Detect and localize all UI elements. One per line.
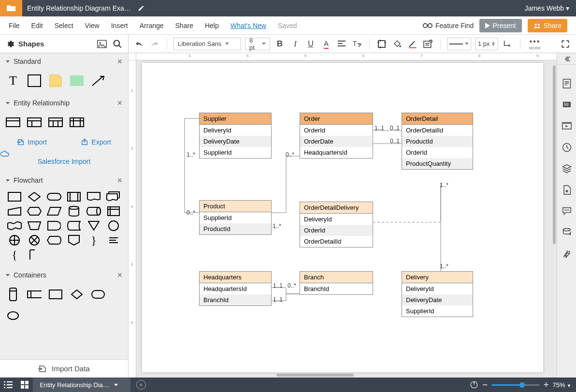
font-select[interactable]: Liberation Sans: [173, 38, 241, 50]
masterpages-icon[interactable]: [562, 185, 572, 195]
fc-terminator[interactable]: [46, 191, 62, 202]
import-link[interactable]: Import: [17, 138, 47, 146]
salesforce-import-link[interactable]: Salesforce Import: [0, 151, 128, 172]
shape-er3[interactable]: [48, 115, 63, 130]
user-menu[interactable]: James Webb ▾: [525, 4, 576, 12]
fc-or[interactable]: [7, 235, 22, 246]
redo-button[interactable]: [149, 38, 160, 50]
actions-icon[interactable]: [562, 248, 572, 259]
entity-odd-row2[interactable]: OrderDetailId: [300, 236, 373, 247]
folder-icon[interactable]: [0, 0, 22, 16]
entity-product-row0[interactable]: SupplierId: [200, 212, 271, 223]
underline-button[interactable]: U: [305, 38, 317, 50]
present-button[interactable]: Present: [479, 19, 521, 32]
export-link[interactable]: Export: [81, 138, 111, 146]
entity-product-row1[interactable]: ProductId: [200, 223, 271, 234]
fc-connector[interactable]: [106, 220, 121, 231]
fc-data[interactable]: [46, 206, 62, 217]
entity-supplier[interactable]: Supplier DeliveryId DeliveryDate Supplie…: [199, 113, 272, 159]
entity-orderdetail-row3[interactable]: ProductQuantity: [402, 158, 473, 169]
fc-database[interactable]: [66, 206, 82, 217]
page-settings-icon[interactable]: [562, 78, 572, 89]
entity-supplier-row2[interactable]: SupplierId: [200, 147, 271, 158]
bold-button[interactable]: B: [274, 38, 286, 50]
shape-cont5[interactable]: [91, 287, 105, 302]
grid-view-icon[interactable]: [16, 377, 33, 392]
close-entity-icon[interactable]: ×: [117, 98, 122, 108]
shape-rect[interactable]: [27, 73, 42, 88]
shape-er4[interactable]: [70, 115, 84, 130]
fc-notelines[interactable]: [106, 235, 121, 246]
menu-whatsnew[interactable]: What's New: [230, 22, 266, 29]
entity-orderdetail[interactable]: OrderDetail OrderDetailId ProductId Orde…: [402, 113, 473, 170]
entity-order[interactable]: Order OrderId OrderDate HeadquartersId: [300, 113, 373, 159]
document-title[interactable]: Entity Relationship Diagram Exa…: [22, 4, 144, 12]
entity-delivery-row0[interactable]: DeliveryId: [402, 283, 473, 294]
fc-internalstorage[interactable]: [106, 206, 121, 217]
text-options-button[interactable]: T: [351, 38, 363, 50]
insert-image-icon[interactable]: [97, 40, 107, 48]
close-flowchart-icon[interactable]: ×: [117, 175, 122, 186]
collapse-right-icon[interactable]: [557, 53, 576, 65]
align-button[interactable]: [336, 38, 347, 50]
fullscreen-button[interactable]: [560, 38, 571, 50]
menu-view[interactable]: View: [85, 22, 100, 29]
panel-flowchart[interactable]: Flowchart×: [0, 172, 128, 189]
panel-standard[interactable]: Standard×: [0, 53, 128, 70]
panel-containers[interactable]: Containers×: [0, 267, 128, 283]
fc-sumjunc[interactable]: [27, 235, 42, 246]
shape-cont2[interactable]: [27, 287, 42, 302]
shape-er2[interactable]: [27, 115, 42, 130]
entity-order-row0[interactable]: OrderId: [300, 125, 373, 136]
entity-branch-row0[interactable]: BranchId: [300, 283, 373, 294]
fc-directdata[interactable]: [86, 206, 101, 217]
shape-crop-button[interactable]: [376, 38, 388, 50]
entity-orderdetail-row1[interactable]: ProductId: [402, 136, 473, 147]
h-scrollbar[interactable]: [136, 373, 557, 377]
shape-text[interactable]: T: [6, 73, 20, 88]
entity-orderdetail-row0[interactable]: OrderDetailId: [402, 125, 473, 136]
search-shapes-icon[interactable]: [113, 39, 122, 49]
menu-arrange[interactable]: Arrange: [140, 22, 164, 29]
entity-headquarters[interactable]: Headquarters HeadquartersId BranchId: [199, 271, 272, 306]
entity-delivery[interactable]: Delivery DeliveryId DeliveryDate Supplie…: [402, 271, 473, 317]
line-width-select[interactable]: 1 px: [475, 38, 498, 50]
entity-odd-row1[interactable]: OrderId: [300, 225, 373, 236]
fc-card[interactable]: [27, 249, 42, 260]
entity-odd-row0[interactable]: DeliveryId: [300, 214, 373, 225]
fc-manualinput[interactable]: [7, 206, 22, 217]
zoom-slider[interactable]: [491, 384, 540, 386]
undo-button[interactable]: [133, 38, 145, 50]
menu-edit[interactable]: Edit: [31, 22, 43, 29]
history-icon[interactable]: [562, 142, 572, 153]
page-tab[interactable]: Entity Relationship Dia…: [33, 377, 130, 392]
fc-diamond[interactable]: [27, 191, 42, 202]
fc-multidoc[interactable]: [106, 191, 121, 202]
line-routing-button[interactable]: [502, 38, 514, 50]
entity-order-row1[interactable]: OrderDate: [300, 136, 373, 147]
entity-product[interactable]: Product SupplierId ProductId: [199, 200, 272, 235]
shape-note[interactable]: [48, 73, 63, 88]
v-scrollbar[interactable]: [552, 60, 557, 373]
shape-cont1[interactable]: [6, 287, 20, 302]
fc-document[interactable]: [86, 191, 101, 202]
import-data-button[interactable]: Import Data: [0, 359, 128, 377]
share-button[interactable]: Share: [528, 19, 567, 32]
fc-preparation[interactable]: [27, 206, 42, 217]
fc-brace-right[interactable]: }: [86, 235, 101, 246]
fc-brace-left[interactable]: {: [7, 249, 22, 260]
close-containers-icon[interactable]: ×: [117, 270, 122, 280]
entity-branch[interactable]: Branch BranchId: [300, 271, 373, 295]
data-linking-icon[interactable]: [562, 227, 572, 238]
zoom-in-button[interactable]: +: [544, 380, 549, 390]
fc-merge[interactable]: [86, 220, 101, 231]
more-button[interactable]: •••MORE: [527, 38, 543, 50]
italic-button[interactable]: I: [289, 38, 301, 50]
page-surface[interactable]: Supplier DeliveryId DeliveryDate Supplie…: [142, 63, 543, 372]
line-style-select[interactable]: [447, 38, 471, 50]
menu-select[interactable]: Select: [55, 22, 73, 29]
shape-cont4[interactable]: [70, 287, 84, 302]
canvas[interactable]: 3456789 234567: [129, 53, 557, 377]
fc-predef[interactable]: [66, 191, 82, 202]
panel-entity[interactable]: Entity Relationship×: [0, 95, 128, 111]
